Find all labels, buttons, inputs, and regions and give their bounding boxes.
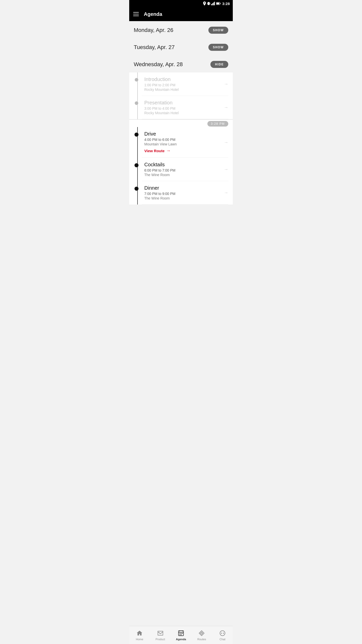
- svg-rect-1: [207, 3, 208, 5]
- svg-rect-9: [220, 3, 220, 4]
- day-tuesday: Tuesday, Apr. 27 SHOW: [129, 38, 233, 55]
- event-cocktails-name: Cocktails: [144, 162, 221, 168]
- day-wednesday-label: Wednesday, Apr. 28: [134, 61, 183, 68]
- event-drive-arrow: →: [224, 140, 228, 145]
- day-tuesday-label: Tuesday, Apr. 27: [134, 44, 175, 51]
- event-dinner-dot: [134, 187, 139, 191]
- svg-rect-4: [212, 3, 213, 5]
- status-bar: 3:28: [129, 0, 233, 7]
- svg-rect-6: [214, 2, 215, 5]
- current-events-section: Drive 4:00 PM to 6:00 PM Mountain View L…: [129, 127, 233, 205]
- day-monday-toggle[interactable]: SHOW: [208, 27, 228, 34]
- event-drive-name: Drive: [144, 131, 221, 137]
- event-drive-location: Mountain View Lawn: [144, 142, 221, 146]
- day-monday: Monday, Apr. 26 SHOW: [129, 21, 233, 38]
- app-header: Agenda: [129, 7, 233, 21]
- event-cocktails-time: 6:00 PM to 7:00 PM: [144, 168, 221, 172]
- svg-rect-5: [213, 3, 214, 5]
- svg-rect-2: [210, 3, 210, 5]
- event-dinner[interactable]: Dinner 7:00 PM to 9:00 PM The Wine Room …: [142, 181, 228, 205]
- svg-rect-8: [216, 3, 219, 5]
- view-route-container[interactable]: View Route →: [144, 148, 221, 153]
- event-drive-dot: [134, 133, 139, 137]
- current-timeline: Drive 4:00 PM to 6:00 PM Mountain View L…: [129, 127, 233, 205]
- clock-display: 3:28: [222, 2, 230, 6]
- time-badge-row: 3:28 PM: [129, 119, 233, 127]
- event-cocktails-arrow: →: [224, 167, 228, 172]
- event-presentation-arrow: →: [224, 105, 228, 110]
- event-cocktails[interactable]: Cocktails 6:00 PM to 7:00 PM The Wine Ro…: [142, 158, 228, 181]
- menu-button[interactable]: [133, 12, 139, 16]
- svg-rect-3: [211, 4, 212, 5]
- event-dinner-time: 7:00 PM to 9:00 PM: [144, 192, 221, 196]
- day-wednesday: Wednesday, Apr. 28 HIDE: [129, 55, 233, 72]
- event-drive[interactable]: Drive 4:00 PM to 6:00 PM Mountain View L…: [142, 127, 228, 158]
- event-introduction-arrow: →: [224, 82, 228, 87]
- past-timeline: Introduction 1:00 PM to 2:00 PM Rocky Mo…: [129, 72, 233, 119]
- event-presentation-dot: [135, 101, 138, 105]
- svg-rect-0: [208, 2, 209, 5]
- status-icons: 3:28: [203, 2, 230, 6]
- event-dinner-location: The Wine Room: [144, 196, 221, 200]
- event-presentation-time: 3:00 PM to 4:00 PM: [144, 106, 221, 110]
- day-wednesday-toggle[interactable]: HIDE: [210, 61, 228, 68]
- battery-icon: [216, 2, 221, 5]
- past-events-section: Introduction 1:00 PM to 2:00 PM Rocky Mo…: [129, 72, 233, 119]
- event-introduction-location: Rocky Mountain Hotel: [144, 88, 221, 92]
- event-cocktails-location: The Wine Room: [144, 173, 221, 177]
- event-presentation-location: Rocky Mountain Hotel: [144, 111, 221, 115]
- view-route-arrow: →: [166, 148, 171, 153]
- event-introduction-name: Introduction: [144, 76, 221, 82]
- event-introduction-dot: [135, 78, 138, 82]
- page-title: Agenda: [144, 11, 162, 17]
- event-presentation[interactable]: Presentation 3:00 PM to 4:00 PM Rocky Mo…: [142, 96, 228, 119]
- event-dinner-arrow: →: [224, 190, 228, 195]
- location-icon: [203, 2, 206, 6]
- event-presentation-name: Presentation: [144, 100, 221, 106]
- day-monday-label: Monday, Apr. 26: [134, 27, 173, 33]
- event-dinner-name: Dinner: [144, 185, 221, 191]
- signal-icon: [211, 2, 215, 5]
- main-content: Monday, Apr. 26 SHOW Tuesday, Apr. 27 SH…: [129, 21, 233, 225]
- event-introduction[interactable]: Introduction 1:00 PM to 2:00 PM Rocky Mo…: [142, 72, 228, 96]
- vibrate-icon: [207, 2, 210, 6]
- current-time-badge: 3:28 PM: [207, 121, 228, 127]
- event-introduction-time: 1:00 PM to 2:00 PM: [144, 83, 221, 87]
- day-tuesday-toggle[interactable]: SHOW: [208, 44, 228, 51]
- view-route-label[interactable]: View Route: [144, 149, 165, 153]
- event-drive-time: 4:00 PM to 6:00 PM: [144, 138, 221, 142]
- event-cocktails-dot: [134, 163, 139, 167]
